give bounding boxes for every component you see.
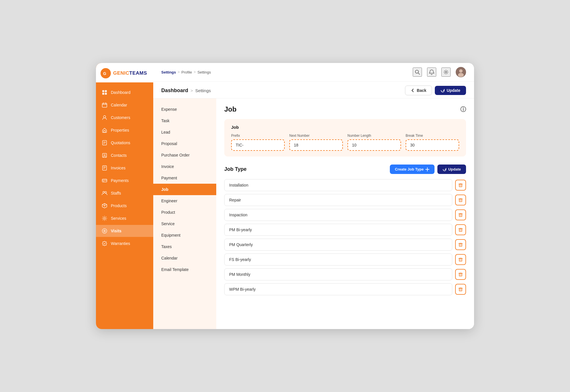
sidebar-item-properties[interactable]: Properties [96, 124, 153, 136]
bell-icon [429, 69, 435, 75]
job-type-input-3[interactable] [224, 209, 452, 221]
job-type-row [224, 268, 466, 280]
delete-button-2[interactable] [455, 195, 466, 205]
job-type-input-4[interactable] [224, 224, 452, 236]
job-type-row [224, 209, 466, 221]
svg-rect-3 [105, 90, 107, 92]
info-icon[interactable]: ⓘ [460, 106, 466, 113]
delete-button-1[interactable] [455, 180, 466, 191]
next-number-input[interactable] [289, 139, 343, 151]
breadcrumb-sep1: > [178, 70, 180, 74]
job-type-row [224, 254, 466, 266]
settings-menu-invoice[interactable]: Invoice [153, 161, 216, 172]
job-type-header: Job Type Create Job Type [224, 165, 466, 174]
job-type-input-6[interactable] [224, 254, 452, 266]
field-group-next-number: Next Number [289, 134, 343, 151]
back-arrow-icon [410, 88, 415, 93]
notifications-button[interactable] [427, 68, 436, 77]
delete-button-8[interactable] [455, 284, 466, 295]
settings-menu-lead[interactable]: Lead [153, 126, 216, 138]
sidebar-item-contacts[interactable]: Contacts [96, 149, 153, 161]
calendar-icon [102, 102, 107, 108]
settings-menu-email-template[interactable]: Email Template [153, 264, 216, 275]
job-type-input-2[interactable] [224, 194, 452, 206]
search-button[interactable] [413, 68, 422, 77]
settings-menu-payment[interactable]: Payment [153, 172, 216, 184]
breadcrumb-settings[interactable]: Settings [161, 70, 176, 74]
settings-menu-proposal[interactable]: Proposal [153, 138, 216, 149]
settings-menu-service[interactable]: Service [153, 218, 216, 229]
settings-menu-job[interactable]: Job [153, 184, 216, 195]
delete-button-3[interactable] [455, 209, 466, 220]
svg-rect-5 [105, 93, 107, 95]
job-type-input-5[interactable] [224, 239, 452, 251]
create-job-type-button[interactable]: Create Job Type [390, 165, 435, 174]
update-job-type-button[interactable]: Update [437, 165, 466, 174]
app-container: G GENICTEAMS Dashboard [96, 63, 474, 329]
settings-menu-calendar[interactable]: Calendar [153, 252, 216, 264]
page-header-actions: Back Update [405, 86, 466, 95]
settings-menu-taxes[interactable]: Taxes [153, 241, 216, 252]
svg-point-26 [105, 191, 107, 193]
services-icon [102, 215, 107, 221]
sidebar-item-visits[interactable]: Visits [96, 225, 153, 237]
breadcrumb-settings2: Settings [197, 70, 211, 74]
svg-rect-39 [459, 184, 462, 187]
svg-rect-81 [459, 288, 462, 291]
svg-rect-45 [459, 199, 462, 202]
job-fields: Prefix Next Number Number Length Br [231, 134, 459, 151]
job-box-title: Job [231, 125, 459, 130]
main-panel: Job ⓘ Job Prefix Next Number [216, 98, 474, 329]
sidebar-item-customers[interactable]: Customers [96, 112, 153, 124]
break-time-input[interactable] [406, 139, 459, 151]
staffs-icon [102, 190, 107, 196]
job-type-title: Job Type [224, 166, 247, 172]
job-type-row [224, 224, 466, 236]
job-type-input-8[interactable] [224, 283, 452, 295]
delete-button-5[interactable] [455, 239, 466, 250]
quotations-icon [102, 140, 107, 146]
sidebar-item-products[interactable]: Products [96, 200, 153, 212]
svg-point-10 [103, 116, 106, 118]
settings-menu-purchase-order[interactable]: Purchase Order [153, 149, 216, 161]
page-breadcrumb-sep: > [190, 88, 193, 93]
sidebar-item-invoices[interactable]: Invoices [96, 162, 153, 174]
update-main-button[interactable]: Update [435, 86, 466, 95]
sidebar-item-quotations[interactable]: Quotations [96, 137, 153, 149]
sidebar-item-calendar[interactable]: Calendar [96, 99, 153, 111]
field-group-break-time: Break Time [406, 134, 459, 151]
sidebar-item-dashboard[interactable]: Dashboard [96, 86, 153, 98]
user-avatar[interactable] [456, 67, 466, 77]
logo-text: GENICTEAMS [113, 70, 147, 76]
number-length-input[interactable] [347, 139, 401, 151]
settings-sidebar: Expense Task Lead Proposal Purchase Orde… [153, 98, 216, 329]
sidebar-item-staffs[interactable]: Staffs [96, 187, 153, 199]
job-type-input-7[interactable] [224, 268, 452, 280]
payments-icon [102, 178, 107, 183]
trash-icon [458, 183, 463, 187]
delete-button-6[interactable] [455, 254, 466, 265]
section-title: Job ⓘ [224, 105, 466, 113]
settings-menu-engineer[interactable]: Engineer [153, 195, 216, 207]
delete-button-7[interactable] [455, 269, 466, 280]
settings-menu-equipment[interactable]: Equipment [153, 229, 216, 241]
sidebar-item-warranties[interactable]: Warranties [96, 237, 153, 250]
delete-button-4[interactable] [455, 224, 466, 235]
back-button[interactable]: Back [405, 86, 432, 95]
svg-rect-57 [459, 229, 462, 231]
settings-menu-task[interactable]: Task [153, 115, 216, 126]
top-nav-icons [413, 67, 466, 77]
sidebar-item-payments[interactable]: Payments [96, 175, 153, 187]
invoices-icon [102, 165, 107, 171]
job-type-input-1[interactable] [224, 179, 452, 191]
svg-rect-24 [103, 181, 104, 182]
settings-button[interactable] [441, 68, 451, 77]
prefix-input[interactable] [231, 139, 285, 151]
settings-menu-expense[interactable]: Expense [153, 104, 216, 115]
warranties-icon [102, 241, 107, 246]
sidebar-item-services[interactable]: Services [96, 212, 153, 224]
page-breadcrumb-main[interactable]: Dashboard [161, 88, 188, 94]
svg-line-32 [418, 73, 420, 74]
visits-icon [102, 228, 107, 234]
settings-menu-product[interactable]: Product [153, 207, 216, 218]
